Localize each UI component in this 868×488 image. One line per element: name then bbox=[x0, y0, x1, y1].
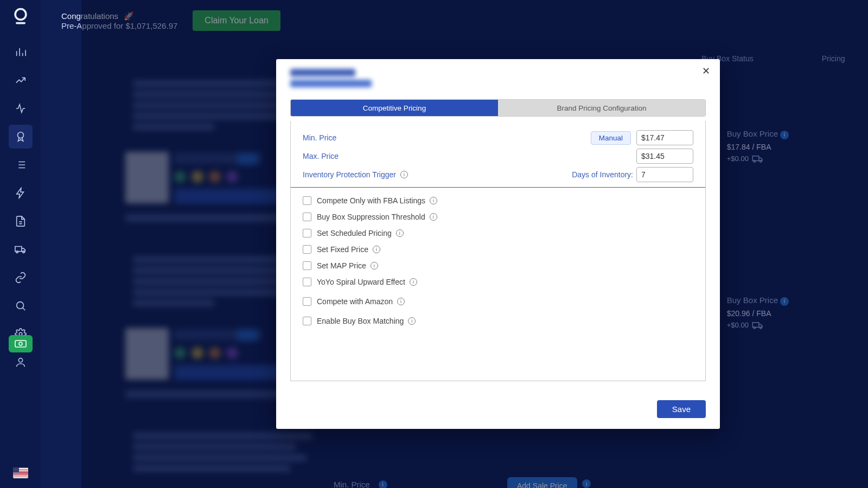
promo-badge[interactable] bbox=[9, 335, 33, 352]
svg-rect-1 bbox=[16, 22, 25, 24]
max-price-input[interactable] bbox=[636, 149, 693, 164]
info-icon[interactable]: i bbox=[373, 246, 380, 253]
inventory-trigger-label: Inventory Protection Trigger bbox=[303, 170, 396, 179]
modal-tabs: Competitive Pricing Brand Pricing Config… bbox=[290, 99, 706, 117]
checkbox-label: Set MAP Price bbox=[317, 261, 366, 270]
info-icon[interactable]: i bbox=[430, 197, 437, 204]
info-icon[interactable]: i bbox=[396, 229, 404, 237]
checkbox-label: Set Fixed Price bbox=[317, 245, 368, 254]
nav-trends-icon[interactable] bbox=[9, 68, 33, 92]
svg-point-2 bbox=[17, 132, 23, 138]
modal-header-blurred bbox=[290, 69, 720, 91]
checkbox-label: Compete with Amazon bbox=[317, 297, 393, 306]
app-logo[interactable] bbox=[10, 5, 31, 27]
info-icon[interactable]: i bbox=[400, 171, 408, 178]
nav-bolt-icon[interactable] bbox=[9, 181, 33, 205]
svg-point-5 bbox=[18, 358, 22, 362]
checkbox-buybox-matching[interactable] bbox=[303, 317, 311, 325]
checkbox-label: Enable Buy Box Matching bbox=[317, 317, 404, 325]
checkbox-yoyo-spiral[interactable] bbox=[303, 278, 311, 286]
checkbox-scheduled-pricing[interactable] bbox=[303, 229, 311, 237]
info-icon[interactable]: i bbox=[397, 298, 405, 305]
checkbox-label: Set Scheduled Pricing bbox=[317, 229, 392, 237]
locale-flag-us[interactable] bbox=[13, 467, 28, 478]
save-button[interactable]: Save bbox=[657, 400, 706, 418]
nav-analytics-icon[interactable] bbox=[9, 40, 33, 64]
svg-point-7 bbox=[19, 342, 22, 345]
checkbox-label: YoYo Spiral Upward Effect bbox=[317, 278, 405, 286]
svg-point-0 bbox=[15, 9, 26, 20]
min-price-input[interactable] bbox=[636, 130, 693, 145]
nav-link-icon[interactable] bbox=[9, 266, 33, 290]
svg-rect-6 bbox=[15, 341, 26, 347]
checkbox-map-price[interactable] bbox=[303, 261, 311, 270]
main-content: Congratulations 🚀 Pre-Approved for $1,07… bbox=[41, 0, 868, 488]
checkbox-label: Buy Box Suppression Threshold bbox=[317, 213, 425, 221]
checkbox-label: Compete Only with FBA Listings bbox=[317, 196, 425, 205]
nav-user-icon[interactable] bbox=[9, 350, 33, 374]
info-icon[interactable]: i bbox=[371, 262, 378, 269]
nav-truck-icon[interactable] bbox=[9, 237, 33, 261]
divider bbox=[291, 187, 705, 188]
min-price-label: Min. Price bbox=[303, 133, 336, 142]
info-icon[interactable]: i bbox=[408, 317, 416, 325]
nav-search-icon[interactable] bbox=[9, 294, 33, 318]
max-price-label: Max. Price bbox=[303, 152, 339, 160]
nav-activity-icon[interactable] bbox=[9, 97, 33, 120]
nav-document-icon[interactable] bbox=[9, 209, 33, 233]
info-icon[interactable]: i bbox=[410, 278, 417, 286]
checkbox-fixed-price[interactable] bbox=[303, 245, 311, 254]
nav-award-icon[interactable] bbox=[9, 125, 33, 149]
svg-point-3 bbox=[16, 302, 23, 309]
days-of-inventory-input[interactable] bbox=[636, 167, 693, 182]
checkbox-bb-suppression[interactable] bbox=[303, 213, 311, 221]
checkbox-compete-amazon[interactable] bbox=[303, 297, 311, 306]
manual-button[interactable]: Manual bbox=[591, 131, 631, 145]
sidebar bbox=[0, 0, 41, 488]
modal-form: Min. Price Manual Max. Price Inventory P… bbox=[290, 121, 706, 381]
nav-list-icon[interactable] bbox=[9, 153, 33, 177]
tab-competitive-pricing[interactable]: Competitive Pricing bbox=[291, 100, 498, 116]
days-of-inventory-label: Days of Inventory: bbox=[572, 170, 633, 179]
pricing-modal: ✕ Competitive Pricing Brand Pricing Conf… bbox=[276, 59, 720, 429]
checkbox-compete-fba[interactable] bbox=[303, 196, 311, 205]
tab-brand-pricing[interactable]: Brand Pricing Configuration bbox=[498, 100, 705, 116]
info-icon[interactable]: i bbox=[430, 213, 437, 221]
